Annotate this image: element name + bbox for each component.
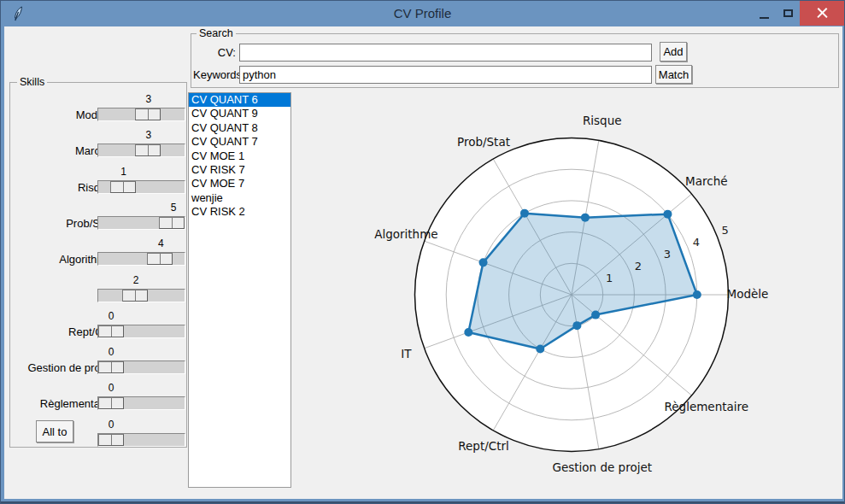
slider-trough[interactable] — [97, 360, 185, 374]
slider-handle-notch — [123, 182, 124, 192]
slider-handle-notch — [135, 290, 136, 301]
content-area: Skills Modèle:3Marché:3Risque:1Prob/Stat… — [4, 26, 842, 499]
slider-value: 0 — [101, 419, 121, 431]
list-item[interactable]: CV MOE 7 — [189, 177, 290, 190]
list-item[interactable]: CV RISK 7 — [189, 163, 290, 177]
search-legend: Search — [197, 27, 236, 39]
slider-handle[interactable] — [98, 325, 124, 337]
skill-slider-row: Algorithme:4 — [10, 252, 186, 286]
slider-trough[interactable] — [97, 433, 185, 447]
radial-tick-label: 4 — [693, 236, 700, 249]
radial-tick-label: 3 — [664, 248, 671, 261]
radial-tick-label: 5 — [722, 224, 729, 237]
slider-handle[interactable] — [98, 361, 124, 373]
close-button[interactable] — [800, 1, 844, 26]
radar-data-point — [464, 328, 472, 337]
slider-handle[interactable] — [147, 253, 173, 265]
slider-handle[interactable] — [98, 397, 124, 409]
slider-handle-notch — [111, 398, 112, 408]
slider-handle[interactable] — [110, 181, 136, 193]
slider-value: 5 — [163, 202, 184, 214]
slider-value: 4 — [150, 237, 171, 249]
slider-handle[interactable] — [98, 434, 124, 446]
axis-label: Règlementaire — [665, 400, 749, 413]
skills-legend: Skills — [17, 76, 47, 88]
radial-tick-label: 2 — [635, 260, 642, 273]
slider-handle-notch — [148, 145, 149, 155]
list-item[interactable]: CV QUANT 7 — [189, 135, 290, 149]
skill-slider-row: Rept/Ctrl:0 — [10, 325, 186, 359]
maximize-button[interactable] — [776, 1, 800, 26]
app-window: CV Profile Skills Modèle:3Marché:3Risque… — [0, 0, 845, 504]
slider-handle[interactable] — [135, 144, 161, 156]
list-item[interactable]: wenjie — [189, 191, 290, 205]
radial-tick-label: 1 — [606, 272, 613, 284]
window-controls — [752, 1, 844, 26]
cv-input[interactable] — [239, 44, 652, 62]
window-title: CV Profile — [1, 1, 844, 26]
skill-slider-row: Modèle:3 — [10, 108, 186, 142]
cv-label: CV: — [198, 44, 236, 62]
slider-trough[interactable] — [97, 289, 185, 302]
radar-data-point — [520, 209, 529, 218]
axis-label: Modèle — [727, 287, 769, 301]
slider-value: 0 — [101, 382, 121, 394]
axis-label: Algorithme — [374, 227, 437, 241]
slider-handle[interactable] — [135, 108, 161, 120]
search-panel: Search CV: Add Keywords: Match — [191, 33, 839, 88]
skill-slider-row: Risque:1 — [10, 180, 186, 214]
radar-data-point — [572, 321, 581, 330]
axis-label: IT — [401, 347, 412, 360]
slider-trough[interactable] — [97, 396, 185, 410]
slider-trough[interactable] — [97, 252, 185, 266]
slider-value: 3 — [138, 129, 159, 141]
add-button[interactable]: Add — [660, 42, 687, 62]
radar-data-point — [663, 210, 672, 219]
slider-handle-notch — [172, 218, 173, 228]
slider-trough[interactable] — [97, 180, 185, 194]
list-item[interactable]: CV QUANT 6 — [189, 93, 290, 107]
close-icon — [817, 8, 828, 19]
keywords-input[interactable] — [239, 66, 652, 84]
cv-listbox[interactable]: CV QUANT 6CV QUANT 9CV QUANT 8CV QUANT 7… — [188, 92, 291, 488]
axis-label: Marché — [685, 174, 727, 188]
slider-handle-notch — [111, 435, 112, 445]
list-item[interactable]: CV MOE 1 — [189, 149, 290, 163]
titlebar[interactable]: CV Profile — [1, 1, 844, 26]
radar-data-point — [536, 345, 544, 354]
radar-data-point — [693, 290, 701, 299]
slider-trough[interactable] — [97, 108, 185, 121]
slider-handle-notch — [111, 326, 112, 337]
all-to-button[interactable]: All to — [36, 420, 73, 442]
slider-value: 0 — [101, 310, 121, 322]
slider-value: 2 — [126, 274, 146, 286]
slider-value: 0 — [101, 346, 121, 358]
slider-handle[interactable] — [159, 217, 185, 229]
list-item[interactable]: CV QUANT 8 — [189, 121, 290, 135]
axis-label: Risque — [583, 114, 622, 127]
skill-slider-row: Gestion de projet:0 — [10, 360, 186, 395]
match-button[interactable]: Match — [655, 65, 692, 84]
slider-handle[interactable] — [122, 290, 148, 302]
skill-slider-row: Marché:3 — [10, 144, 186, 178]
slider-trough[interactable] — [97, 144, 185, 157]
slider-trough[interactable] — [97, 325, 185, 338]
slider-handle-notch — [148, 109, 149, 120]
minimize-icon — [760, 17, 769, 19]
radar-data-point — [479, 258, 488, 267]
axis-label: Prob/Stat — [457, 135, 510, 149]
keywords-label: Keywords: — [193, 66, 236, 84]
slider-handle-notch — [111, 362, 112, 372]
minimize-button[interactable] — [752, 1, 776, 26]
slider-handle-notch — [160, 254, 161, 264]
radar-chart: 12345ModèleMarchéRisqueProb/StatAlgorith… — [291, 86, 845, 495]
skill-slider-row: IT:2 — [10, 289, 186, 323]
slider-trough[interactable] — [97, 216, 185, 230]
radar-data-point — [581, 214, 590, 222]
slider-value: 3 — [138, 93, 159, 105]
axis-label: Rept/Ctrl — [458, 439, 509, 453]
maximize-icon — [783, 9, 793, 17]
list-item[interactable]: CV QUANT 9 — [189, 107, 290, 120]
skills-panel: Skills Modèle:3Marché:3Risque:1Prob/Stat… — [9, 82, 187, 448]
list-item[interactable]: CV RISK 2 — [189, 205, 290, 219]
